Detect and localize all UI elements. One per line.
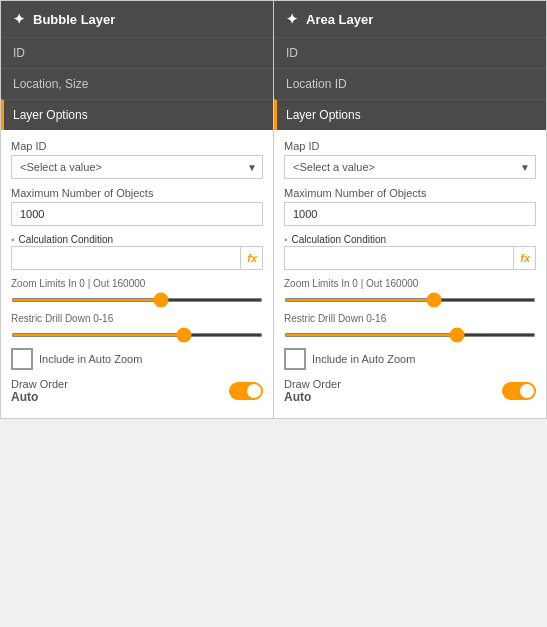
bubble-zoom-group: Zoom Limits In 0 | Out 160000 <box>11 278 263 305</box>
area-zoom-label: Zoom Limits In 0 | Out 160000 <box>284 278 536 289</box>
bubble-puzzle-icon: ✦ <box>13 11 25 27</box>
bubble-layer-panel: ✦ Bubble Layer ID Location, Size Layer O… <box>1 1 274 418</box>
area-calc-input[interactable] <box>284 246 536 270</box>
area-nav-location-id[interactable]: Location ID <box>274 68 546 99</box>
bubble-draw-order-value: Auto <box>11 390 68 404</box>
area-drill-label: Restric Drill Down 0-16 <box>284 313 536 324</box>
bubble-nav: ID Location, Size Layer Options <box>1 37 273 130</box>
bubble-fx-button[interactable]: fx <box>240 246 263 270</box>
area-draw-order-value: Auto <box>284 390 341 404</box>
bubble-draw-order-label-block: Draw Order Auto <box>11 378 68 404</box>
area-toggle-knob <box>520 384 534 398</box>
bubble-nav-layer-options[interactable]: Layer Options <box>1 99 273 130</box>
bubble-drill-slider[interactable] <box>11 333 263 337</box>
bubble-draw-order-toggle[interactable] <box>229 382 263 400</box>
area-autozoom-label: Include in Auto Zoom <box>312 353 415 365</box>
bubble-zoom-label: Zoom Limits In 0 | Out 160000 <box>11 278 263 289</box>
area-nav-layer-options[interactable]: Layer Options <box>274 99 546 130</box>
area-max-objects-input[interactable] <box>284 202 536 226</box>
bubble-calc-group: Calculation Condition fx <box>11 234 263 270</box>
area-puzzle-icon: ✦ <box>286 11 298 27</box>
bubble-draw-order-label: Draw Order <box>11 378 68 390</box>
area-calc-wrapper: fx <box>284 246 536 270</box>
bubble-draw-order-row: Draw Order Auto <box>11 378 263 404</box>
area-drill-slider-container <box>284 326 536 340</box>
area-panel-body: Map ID <Select a value> ▼ Maximum Number… <box>274 130 546 418</box>
bubble-max-objects-input[interactable] <box>11 202 263 226</box>
area-autozoom-checkbox[interactable] <box>284 348 306 370</box>
area-fx-button[interactable]: fx <box>513 246 536 270</box>
bubble-map-id-select[interactable]: <Select a value> <box>11 155 263 179</box>
bubble-panel-title: Bubble Layer <box>33 12 115 27</box>
bubble-map-id-group: Map ID <Select a value> ▼ <box>11 140 263 179</box>
area-max-objects-label: Maximum Number of Objects <box>284 187 536 199</box>
area-layer-panel: ✦ Area Layer ID Location ID Layer Option… <box>274 1 546 418</box>
area-zoom-slider[interactable] <box>284 298 536 302</box>
area-panel-title: Area Layer <box>306 12 373 27</box>
area-map-id-select[interactable]: <Select a value> <box>284 155 536 179</box>
bubble-panel-header: ✦ Bubble Layer <box>1 1 273 37</box>
bubble-panel-body: Map ID <Select a value> ▼ Maximum Number… <box>1 130 273 418</box>
bubble-autozoom-label: Include in Auto Zoom <box>39 353 142 365</box>
bubble-map-id-label: Map ID <box>11 140 263 152</box>
bubble-max-objects-group: Maximum Number of Objects <box>11 187 263 226</box>
area-draw-order-label-block: Draw Order Auto <box>284 378 341 404</box>
area-draw-order-toggle[interactable] <box>502 382 536 400</box>
panels-container: ✦ Bubble Layer ID Location, Size Layer O… <box>0 0 547 419</box>
area-zoom-slider-container <box>284 291 536 305</box>
area-zoom-group: Zoom Limits In 0 | Out 160000 <box>284 278 536 305</box>
bubble-zoom-slider[interactable] <box>11 298 263 302</box>
bubble-nav-location[interactable]: Location, Size <box>1 68 273 99</box>
bubble-drill-slider-container <box>11 326 263 340</box>
area-calc-group: Calculation Condition fx <box>284 234 536 270</box>
bubble-drill-group: Restric Drill Down 0-16 <box>11 313 263 340</box>
area-drill-slider[interactable] <box>284 333 536 337</box>
bubble-map-id-select-wrapper: <Select a value> ▼ <box>11 155 263 179</box>
area-nav-id[interactable]: ID <box>274 37 546 68</box>
bubble-zoom-slider-container <box>11 291 263 305</box>
bubble-autozoom-checkbox[interactable] <box>11 348 33 370</box>
area-map-id-label: Map ID <box>284 140 536 152</box>
bubble-nav-id[interactable]: ID <box>1 37 273 68</box>
bubble-calc-wrapper: fx <box>11 246 263 270</box>
area-autozoom-row: Include in Auto Zoom <box>284 348 536 370</box>
bubble-toggle-knob <box>247 384 261 398</box>
bubble-calc-input[interactable] <box>11 246 263 270</box>
bubble-autozoom-row: Include in Auto Zoom <box>11 348 263 370</box>
area-map-id-select-wrapper: <Select a value> ▼ <box>284 155 536 179</box>
bubble-drill-label: Restric Drill Down 0-16 <box>11 313 263 324</box>
area-nav: ID Location ID Layer Options <box>274 37 546 130</box>
bubble-max-objects-label: Maximum Number of Objects <box>11 187 263 199</box>
bubble-calc-label: Calculation Condition <box>11 234 263 245</box>
area-max-objects-group: Maximum Number of Objects <box>284 187 536 226</box>
area-panel-header: ✦ Area Layer <box>274 1 546 37</box>
area-map-id-group: Map ID <Select a value> ▼ <box>284 140 536 179</box>
area-calc-label: Calculation Condition <box>284 234 536 245</box>
area-draw-order-label: Draw Order <box>284 378 341 390</box>
area-draw-order-row: Draw Order Auto <box>284 378 536 404</box>
area-drill-group: Restric Drill Down 0-16 <box>284 313 536 340</box>
